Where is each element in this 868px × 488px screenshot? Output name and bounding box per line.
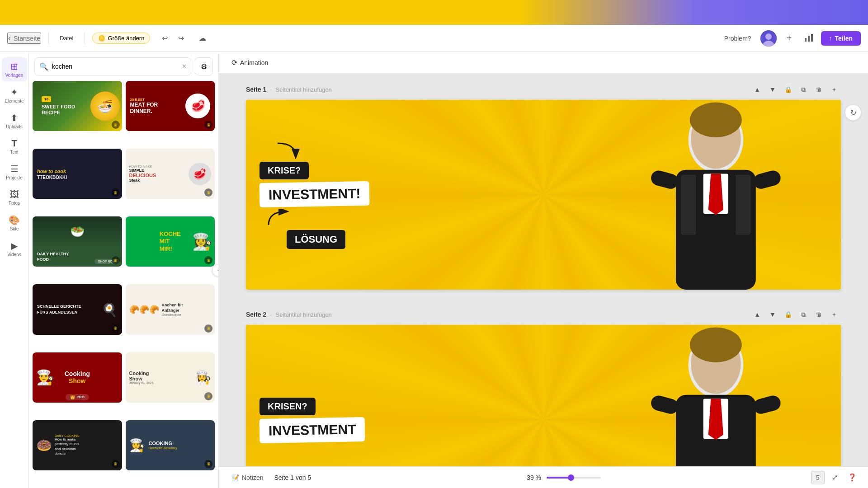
slide-1-person (591, 100, 841, 290)
search-input[interactable] (52, 59, 179, 74)
page-1-lock[interactable]: 🔒 (781, 83, 795, 96)
cooking-show-red-title: Cooking Show (65, 370, 90, 385)
template-sweet-food[interactable]: 10 SWEEt FoodRECIPE 🍜 ♛ (33, 81, 122, 131)
page-2-copy[interactable]: ⧉ (797, 308, 810, 321)
sidebar-item-fotos[interactable]: 🖼 Fotos (2, 186, 27, 209)
arrow-2 (264, 209, 577, 227)
undo-button[interactable]: ↩ (157, 31, 172, 46)
page-2-delete[interactable]: 🗑 (812, 308, 826, 321)
template-koche-mir[interactable]: 👩‍🍳 KochemitMIR! ♛ (126, 216, 215, 267)
back-label: Startseite (14, 35, 40, 42)
search-clear-button[interactable]: × (182, 62, 186, 70)
template-schnelle[interactable]: SCHNELLE GERICHTEFÜRS ABENDESSEN 🍳 ♛ (33, 284, 122, 334)
grid-view-button[interactable]: 5 (811, 471, 825, 484)
notes-button[interactable]: 📝 Notizen (228, 472, 267, 483)
template-steak[interactable]: HOW TO MAKE SIMPLE DELICIOUS Steak 🥩 ♛ (126, 149, 215, 199)
page-2-up[interactable]: ▲ (750, 308, 764, 321)
videos-icon: ▶ (11, 240, 18, 251)
slide-2-left: KRISEN? INVESTMENT (246, 389, 591, 451)
avatar[interactable] (760, 30, 777, 47)
filter-button[interactable]: ⚙ (195, 57, 213, 75)
svg-marker-23 (708, 399, 723, 440)
svg-rect-5 (811, 34, 813, 42)
share-button[interactable]: ↑ Teilen (821, 31, 861, 46)
zoom-thumb[interactable] (568, 474, 574, 481)
zoom-slider[interactable] (547, 477, 601, 479)
cloud-save-button[interactable]: ☁ (195, 31, 210, 46)
fotos-icon: 🖼 (10, 189, 19, 200)
projekte-icon: ☰ (10, 164, 19, 174)
search-bar: 🔍 × ⚙ (29, 52, 218, 79)
plus-icon: + (787, 33, 792, 43)
page-1-up[interactable]: ▲ (750, 83, 764, 96)
template-how-cook[interactable]: how to cook TTEOKBOKKI ♛ (33, 149, 122, 199)
template-rachelle[interactable]: 👩‍🍳 COOKING Rachelle Beaudry ♛ (126, 420, 215, 470)
page-1-copy[interactable]: ⧉ (797, 83, 810, 96)
top-decorative-bar (0, 0, 868, 25)
donuts-crown: ♛ (112, 460, 120, 468)
page-indicator: Seite 1 von 5 (270, 474, 315, 481)
divider-2 (85, 32, 85, 45)
sidebar-item-videos[interactable]: ▶ Videos (2, 237, 27, 261)
elemente-icon: ✦ (10, 87, 18, 98)
share-arrow-icon: ↑ (829, 35, 832, 42)
page-2-canvas[interactable]: KRISEN? INVESTMENT (246, 325, 841, 466)
chart-icon (804, 33, 814, 42)
template-donuts[interactable]: 🍩 DAILY COOKING How to makeperfectly rou… (33, 420, 122, 470)
stile-icon: 🎨 (9, 215, 20, 225)
invest-text-2: INVESTMENT (269, 422, 356, 438)
sidebar-item-uploads[interactable]: ⬆ Uploads (2, 109, 27, 133)
losung-bubble: LÖSUNG (287, 230, 345, 249)
template-anfanger[interactable]: 🥐🥐🥐 Kochen fürAnfänger Grundrezepte ♛ (126, 284, 215, 334)
steak-image: 🥩 (189, 163, 211, 185)
schnelle-crown: ♛ (112, 324, 120, 333)
cook-crown: ♛ (112, 188, 120, 197)
page-1-add[interactable]: + (827, 83, 841, 96)
svg-rect-25 (752, 394, 782, 416)
sidebar-item-vorlagen[interactable]: ⊞ Vorlagen (2, 57, 27, 81)
page-2-sep: - (270, 311, 272, 318)
text-icon: T (11, 138, 17, 149)
stile-label: Stile (10, 226, 19, 231)
delete-icon: 🗑 (816, 86, 822, 93)
file-button[interactable]: Datei (56, 33, 77, 43)
sweet-crown: ♛ (112, 121, 120, 129)
invest-bubble: INVESTMENT! (259, 181, 370, 207)
template-healthy-food[interactable]: 🥗 DAILY HEALTHYFOOD SHOP NOW ♛ (33, 216, 122, 267)
page-1-down[interactable]: ▼ (766, 83, 779, 96)
templates-panel: 🔍 × ⚙ ‹ 10 SWEEt FoodRECIPE (29, 52, 219, 488)
krise-bubble: KRISE? (259, 162, 309, 179)
beige-crown: ♛ (204, 392, 212, 400)
sidebar-item-stile[interactable]: 🎨 Stile (2, 211, 27, 235)
page-2-down[interactable]: ▼ (766, 308, 779, 321)
template-cooking-show-beige[interactable]: Cooking Show January 01, 2023 👩‍🍳 ♛ (126, 352, 215, 403)
sidebar-item-elemente[interactable]: ✦ Elemente (2, 83, 27, 107)
help-button[interactable]: ❓ (845, 471, 859, 484)
main-layout: ⊞ Vorlagen ✦ Elemente ⬆ Uploads T Text ☰… (0, 52, 868, 488)
anfanger-icons: 🥐🥐🥐 (129, 305, 159, 314)
losung-text: LÖSUNG (295, 234, 337, 245)
sidebar-item-projekte[interactable]: ☰ Projekte (2, 160, 27, 184)
page-1-sep: - (270, 86, 272, 93)
animation-button[interactable]: ⟳ Animation (228, 56, 272, 69)
resize-button[interactable]: 🪙 Größe ändern (92, 33, 151, 44)
add-member-button[interactable]: + (782, 31, 797, 46)
page-2-lock[interactable]: 🔒 (781, 308, 795, 321)
invest-bubble-2: INVESTMENT (259, 417, 365, 443)
redo-button[interactable]: ↪ (174, 31, 188, 46)
analytics-button[interactable] (802, 31, 816, 46)
page-1-canvas[interactable]: KRISE? INVESTMENT! (246, 100, 841, 290)
divider-1 (48, 32, 49, 45)
chef-icon: 👨‍🍳 (36, 369, 54, 386)
refresh-button[interactable]: ↻ (845, 104, 861, 121)
page-1-subtitle: Seitentitel hinzufügen (275, 86, 331, 93)
pro-badge: 👑 PRO (66, 394, 89, 400)
page-1-delete[interactable]: 🗑 (812, 83, 826, 96)
template-cooking-show-red[interactable]: 👨‍🍳 Cooking Show 👑 PRO (33, 352, 122, 403)
back-button[interactable]: ‹ Startseite (7, 33, 41, 44)
template-meat-dinner[interactable]: 20 BEST MEAT FORDINNER. 🥩 ♛ (126, 81, 215, 131)
problem-button[interactable]: Problem? (721, 33, 755, 44)
sidebar-item-text[interactable]: T Text (2, 135, 27, 158)
page-2-add[interactable]: + (827, 308, 841, 321)
fullscreen-button[interactable]: ⤢ (828, 471, 842, 484)
